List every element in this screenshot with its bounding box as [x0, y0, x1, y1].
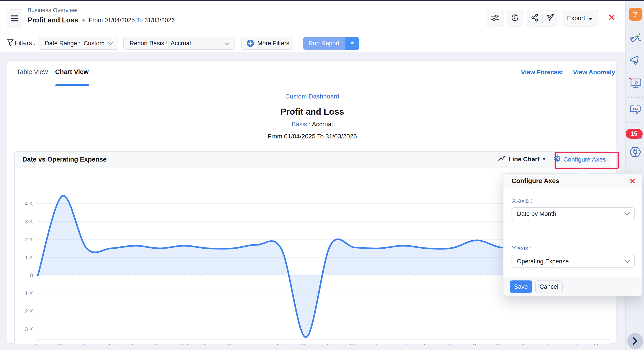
share-icon: [531, 14, 539, 23]
more-filters-label: More Filters: [257, 40, 290, 47]
custom-dashboard-link[interactable]: Custom Dashboard: [7, 93, 617, 100]
x-axis-month-label: Jun: [374, 343, 383, 344]
y-axis-tick-label: 2 K: [25, 236, 33, 242]
view-forecast-link[interactable]: View Forecast: [521, 69, 563, 76]
integrations-icon[interactable]: [629, 146, 642, 159]
date-range-filter[interactable]: Date Range : Custom: [38, 37, 118, 50]
x-axis-month-label: Oct: [472, 343, 481, 344]
header-date-range: From 01/04/2025 To 31/03/2026: [89, 17, 175, 24]
x-axis-month-label: Dec: [228, 343, 238, 344]
run-report-button[interactable]: Run Report: [303, 37, 359, 50]
funnel-icon: [7, 39, 14, 48]
export-button[interactable]: Export: [562, 10, 598, 27]
chart-type-dropdown[interactable]: Line Chart: [498, 155, 546, 163]
chevron-down-icon: [624, 212, 630, 216]
x-axis-month-label: Feb: [277, 343, 286, 344]
report-basis-value: Accrual: [171, 40, 191, 47]
y-axis-tick-label: 3 K: [25, 218, 33, 225]
active-tab-indicator: [55, 84, 89, 86]
refresh-clock-icon: [511, 14, 519, 23]
video-demo-icon[interactable]: [628, 77, 642, 90]
notifications-icon[interactable]: 15: [628, 128, 643, 142]
popup-header: Configure Axes ✕: [504, 174, 642, 189]
breadcrumb[interactable]: Business Overview: [28, 7, 77, 14]
zia-icon[interactable]: [629, 32, 642, 45]
title-row: Profit and Loss From 01/04/2025 To 31/03…: [28, 16, 174, 24]
export-label: Export: [567, 15, 585, 22]
x-axis-month-label: Aug: [423, 343, 432, 344]
send-button[interactable]: [543, 14, 558, 23]
menu-icon: [10, 15, 18, 23]
view-anomaly-link[interactable]: View Anomaly: [573, 69, 615, 76]
x-axis-month-label: Nov: [204, 343, 214, 344]
x-axis-month-label: Jun: [82, 343, 91, 344]
x-axis-month-label: May: [57, 343, 67, 344]
x-axis-month-label: Mar: [301, 343, 310, 344]
x-axis-month-label: Jul: [108, 343, 114, 344]
chart-panel-header: Date vs Operating Expense Line Chart Con…: [15, 152, 611, 168]
popup-footer: Save Cancel: [504, 277, 642, 296]
y-axis-tick-label: 1 K: [25, 254, 33, 260]
menu-button[interactable]: [7, 10, 22, 28]
tab-chart-view[interactable]: Chart View: [55, 68, 88, 76]
plus-circle-icon: [246, 40, 254, 47]
popup-close-button[interactable]: ✕: [630, 177, 636, 186]
run-report-dropdown[interactable]: [345, 37, 359, 50]
report-header: Business Overview Profit and Loss From 0…: [0, 1, 626, 34]
x-axis-label: X-axis :: [512, 197, 532, 204]
chevron-down-icon: [224, 40, 230, 47]
report-basis-line: Basis : Accrual: [7, 121, 617, 128]
view-tabs-row: Table View Chart View View Forecast View…: [7, 61, 616, 86]
x-axis-month-label: Feb: [569, 343, 578, 344]
close-report-button[interactable]: ✕: [608, 13, 616, 22]
customize-columns-button[interactable]: [487, 10, 504, 27]
cancel-button[interactable]: Cancel: [535, 280, 563, 293]
popup-divider: [512, 238, 635, 238]
chevron-down-icon: [624, 260, 630, 263]
page-title: Profit and Loss: [28, 16, 78, 24]
date-range-label: Date Range :: [45, 40, 80, 47]
y-axis-tick-label: 0: [30, 272, 33, 278]
sidebar-separator-dots: [627, 97, 643, 98]
notification-count-badge: 15: [626, 129, 643, 139]
x-axis-month-label: Jan: [545, 343, 554, 344]
sliders-icon: [491, 14, 499, 23]
dot-separator: [82, 19, 85, 22]
link-divider: [567, 67, 567, 78]
y-axis-tick-label: 4 K: [25, 201, 33, 207]
chart-panel-title: Date vs Operating Expense: [22, 156, 107, 163]
run-report-label[interactable]: Run Report: [303, 37, 345, 50]
chart-type-label: Line Chart: [508, 156, 540, 163]
popup-title: Configure Axes: [512, 177, 559, 185]
report-title: Profit and Loss: [7, 107, 617, 117]
feedback-chat-icon[interactable]: [629, 104, 642, 117]
trend-line-icon: [498, 155, 506, 163]
report-basis-filter[interactable]: Report Basis : Accrual: [123, 37, 235, 50]
x-axis-month-label: Oct: [180, 343, 188, 344]
scroll-next-button[interactable]: [627, 333, 643, 349]
x-axis-month-label: Apr: [34, 343, 42, 344]
share-button[interactable]: [527, 14, 543, 23]
refresh-button[interactable]: [506, 10, 523, 27]
annotation-highlight-box: [554, 152, 619, 169]
megaphone-icon[interactable]: [629, 54, 641, 66]
y-axis-tick-label: -3 K: [23, 326, 33, 332]
date-range-value: Custom: [84, 40, 104, 47]
x-axis-month-label: Jul: [400, 343, 407, 344]
basis-label: Basis: [292, 121, 307, 128]
tab-table-view[interactable]: Table View: [16, 68, 48, 76]
basis-value: Accrual: [312, 121, 333, 128]
share-send-group: [527, 10, 558, 27]
y-axis-label: Y-axis :: [512, 245, 532, 252]
y-axis-select[interactable]: Operating Expense: [512, 255, 635, 268]
more-filters-button[interactable]: More Filters: [241, 37, 293, 50]
chevron-right-icon: [632, 337, 638, 345]
filters-label: Filters :: [15, 40, 36, 47]
configure-axes-popup: Configure Axes ✕ X-axis : Date by Month …: [503, 173, 642, 296]
x-axis-select[interactable]: Date by Month: [512, 207, 635, 220]
caret-down-icon: [542, 158, 546, 160]
report-basis-label: Report Basis :: [130, 40, 168, 47]
help-icon[interactable]: ?: [629, 8, 642, 21]
save-button[interactable]: Save: [510, 280, 532, 293]
x-axis-month-label: May: [350, 343, 360, 344]
